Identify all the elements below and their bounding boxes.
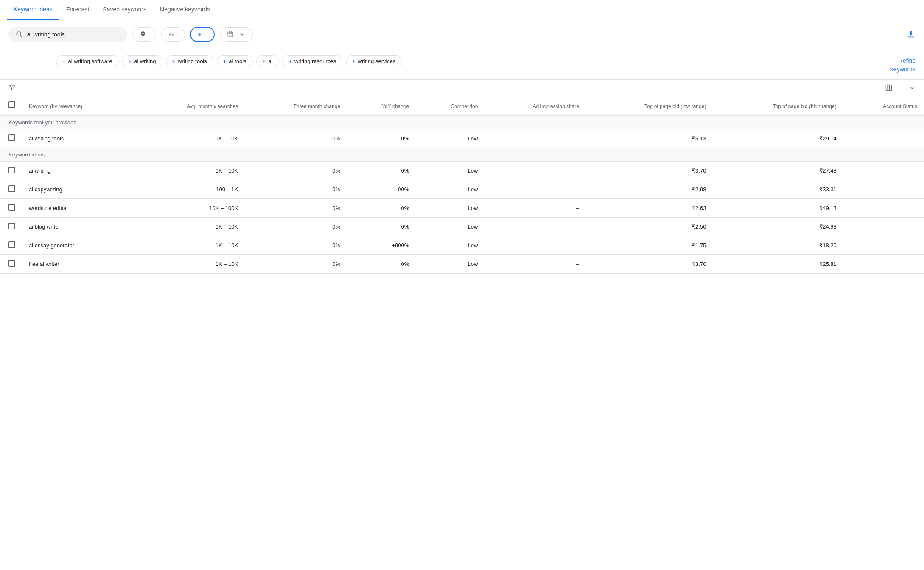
top-low-cell: ₹6.13 — [586, 129, 713, 148]
row-checkbox-cell[interactable] — [0, 198, 22, 217]
table-row: ai writing tools1K – 10K0%0%Low–₹6.13₹29… — [0, 129, 924, 148]
table-row: ai copywriting100 – 1K0%-90%Low–₹2.98₹33… — [0, 180, 924, 198]
table-row: wordtune editor10K – 100K0%0%Low–₹2.63₹4… — [0, 198, 924, 217]
tab-saved-keywords[interactable]: Saved keywords — [96, 0, 153, 20]
row-checkbox-cell[interactable] — [0, 180, 22, 198]
section-header-row: Keyword ideas — [0, 148, 924, 161]
language-filter[interactable]: A 文 — [161, 27, 185, 42]
broaden-pill[interactable]: +writing services — [346, 55, 402, 67]
row-checkbox-cell[interactable] — [0, 161, 22, 180]
yoy-cell: -90% — [347, 180, 416, 198]
download-button[interactable] — [906, 29, 916, 40]
three-month-cell: 0% — [245, 180, 347, 198]
row-checkbox[interactable] — [8, 241, 15, 248]
table-header: Keyword (by relevance) Avg. monthly sear… — [0, 96, 924, 115]
account-status-header: Account Status — [843, 96, 924, 115]
top-high-cell: ₹24.98 — [713, 217, 843, 236]
competition-cell: Low — [416, 129, 484, 148]
svg-text:文: 文 — [171, 33, 174, 36]
yoy-header: YoY change — [347, 96, 416, 115]
keyword-cell: ai blog writer — [22, 217, 135, 236]
top-low-cell: ₹2.50 — [586, 217, 713, 236]
account-status-cell — [843, 217, 924, 236]
columns-icon — [885, 84, 893, 92]
search-bar: A 文 G — [0, 20, 924, 49]
row-checkbox[interactable] — [8, 223, 15, 229]
row-checkbox[interactable] — [8, 260, 15, 267]
top-low-cell: ₹1.75 — [586, 236, 713, 254]
account-status-cell — [843, 161, 924, 180]
tab-keyword-ideas[interactable]: Keyword ideas — [7, 0, 59, 20]
avg-monthly-cell: 1K – 10K — [135, 161, 245, 180]
broaden-pill[interactable]: +writing tools — [166, 55, 213, 67]
search-input[interactable] — [27, 31, 112, 38]
top-high-cell: ₹33.31 — [713, 180, 843, 198]
top-low-cell: ₹3.70 — [586, 161, 713, 180]
table-row: free ai writer1K – 10K0%0%Low–₹3.70₹25.8… — [0, 254, 924, 273]
keyword-cell: free ai writer — [22, 254, 135, 273]
select-all-checkbox[interactable] — [8, 101, 15, 108]
broaden-label — [8, 55, 51, 57]
account-status-cell — [843, 180, 924, 198]
three-month-header: Three month change — [245, 96, 347, 115]
ad-impression-cell: – — [484, 236, 586, 254]
keyword-cell: ai copywriting — [22, 180, 135, 198]
yoy-cell: 0% — [347, 161, 416, 180]
keyword-view-chevron-icon — [909, 84, 916, 91]
broaden-pill[interactable]: +writing resources — [282, 55, 342, 67]
row-checkbox-cell[interactable] — [0, 254, 22, 273]
chevron-down-icon — [239, 31, 246, 38]
broaden-pill[interactable]: +ai — [256, 55, 279, 67]
row-checkbox-cell[interactable] — [0, 236, 22, 254]
location-icon — [140, 31, 146, 38]
location-filter[interactable] — [132, 27, 156, 42]
competition-cell: Low — [416, 161, 484, 180]
tab-negative-keywords[interactable]: Negative keywords — [153, 0, 217, 20]
row-checkbox[interactable] — [8, 134, 15, 141]
date-filter[interactable] — [220, 27, 253, 42]
account-status-cell — [843, 129, 924, 148]
svg-rect-13 — [890, 85, 892, 91]
top-high-header: Top of page bid (high range) — [713, 96, 843, 115]
svg-rect-5 — [228, 32, 233, 37]
columns-button[interactable] — [885, 84, 895, 92]
row-checkbox[interactable] — [8, 167, 15, 173]
table-body: Keywords that you providedai writing too… — [0, 115, 924, 273]
row-checkbox[interactable] — [8, 204, 15, 211]
table-row: ai blog writer1K – 10K0%0%Low–₹2.50₹24.9… — [0, 217, 924, 236]
broaden-pill[interactable]: +ai tools — [217, 55, 253, 67]
network-filter[interactable]: G — [190, 27, 215, 42]
broaden-search: +ai writing software+ai writing+writing … — [0, 49, 924, 80]
refine-keywords-button[interactable]: Refinekeywords — [877, 55, 916, 73]
row-checkbox-cell[interactable] — [0, 217, 22, 236]
three-month-cell: 0% — [245, 254, 347, 273]
filter-icon — [8, 84, 16, 92]
avg-monthly-cell: 1K – 10K — [135, 236, 245, 254]
avg-monthly-cell: 1K – 10K — [135, 217, 245, 236]
three-month-cell: 0% — [245, 198, 347, 217]
keyword-table-wrap: Keyword (by relevance) Avg. monthly sear… — [0, 96, 924, 274]
top-low-cell: ₹2.63 — [586, 198, 713, 217]
avg-monthly-cell: 100 – 1K — [135, 180, 245, 198]
row-checkbox-cell[interactable] — [0, 129, 22, 148]
tab-forecast[interactable]: Forecast — [59, 0, 96, 20]
filter-bar — [0, 80, 924, 96]
account-status-cell — [843, 236, 924, 254]
ad-impression-cell: – — [484, 129, 586, 148]
section-header-label: Keyword ideas — [0, 148, 924, 161]
tabs-nav: Keyword ideasForecastSaved keywordsNegat… — [0, 0, 924, 20]
select-all-header[interactable] — [0, 96, 22, 115]
keyword-cell: ai writing tools — [22, 129, 135, 148]
yoy-cell: 0% — [347, 254, 416, 273]
ad-impression-cell: – — [484, 254, 586, 273]
broaden-pill[interactable]: +ai writing — [122, 55, 162, 67]
row-checkbox[interactable] — [8, 185, 15, 192]
ad-impression-cell: – — [484, 161, 586, 180]
search-box[interactable] — [8, 27, 127, 42]
broaden-pill[interactable]: +ai writing software — [56, 55, 119, 67]
account-status-cell — [843, 254, 924, 273]
keyword-table: Keyword (by relevance) Avg. monthly sear… — [0, 96, 924, 274]
three-month-cell: 0% — [245, 129, 347, 148]
svg-line-1 — [20, 36, 22, 37]
keyword-view-button[interactable] — [907, 84, 916, 91]
